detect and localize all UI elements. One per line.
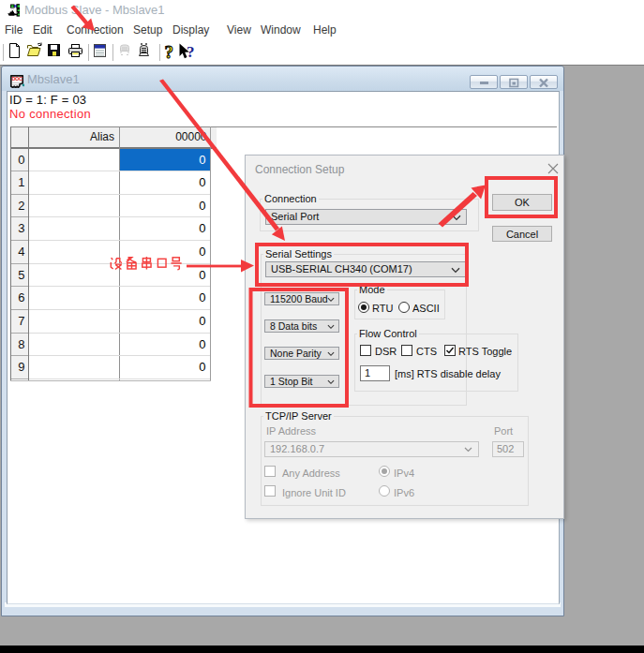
svg-text:DOC: DOC (11, 76, 22, 82)
svg-text:?: ? (165, 42, 174, 62)
svg-text:?: ? (187, 43, 195, 61)
